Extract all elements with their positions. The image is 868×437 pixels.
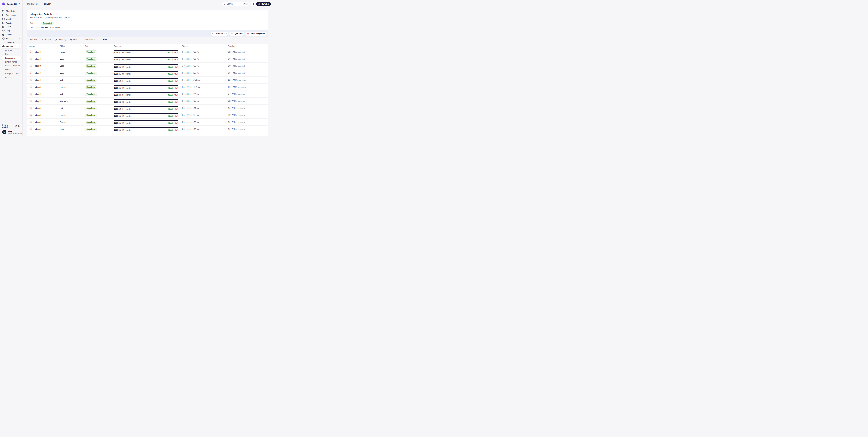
progress: 100% (6 of 6 records) 100% 0% [114,85,179,89]
sidebar-subitem-label: General [5,49,12,51]
job-source: Hubspot [34,72,41,74]
tab-company[interactable]: Company [55,38,66,42]
job-source: Hubspot [34,86,41,88]
progress-percent: 100% [114,87,119,89]
tab-sync-actions[interactable]: Sync Actions [82,38,95,42]
job-object: Person [60,51,85,53]
table-row[interactable]: Hubspot List Completed 100% (4 of 4 reco… [27,90,268,97]
sync-data-button[interactable]: Sync Data [229,32,244,36]
new-chat-label: New Chat [261,3,269,5]
table-header: SourceObjectStatusProgressStartedDuratio… [27,43,268,49]
hubspot-icon [29,127,32,130]
progress-records: (6 of 6 records) [119,115,131,117]
progress-records: (6 of 6 records) [119,73,131,75]
table-row[interactable]: Hubspot Person Completed 100% (6 of 6 re… [27,112,268,119]
table-row[interactable]: Hubspot List Completed 100% (4 of 4 reco… [27,105,268,112]
sidebar-subitem-email-settings[interactable]: Email Settings [1,60,21,64]
table-row[interactable]: Hubspot User Completed 100% (6 of 6 reco… [27,125,268,133]
table-row[interactable]: Hubspot Company Completed 100% (1 of 1 r… [27,97,268,105]
job-source: Hubspot [34,58,41,60]
sidebar-subitem-fonts[interactable]: Fonts [1,67,21,71]
table-row[interactable]: Hubspot User Completed 100% (6 of 6 reco… [27,62,268,69]
success-percent: 100% [169,80,174,82]
failure-percent: 0% [176,66,179,68]
tab-email[interactable]: Email [30,38,37,42]
sidebar-subitem-general[interactable]: General [1,48,21,52]
getting-started-label: Getting started [2,124,13,128]
sidebar-item-flows[interactable]: Flows [1,25,21,29]
sidebar-subitem-label: Background Jobs [5,72,19,75]
sidebar-item-email[interactable]: Email [1,17,21,21]
table-row[interactable]: Hubspot List Completed 100% (4 of 4 reco… [27,77,268,84]
status-badge: Completed [85,93,97,96]
job-duration: 9:20 AM (31 seconds) [228,128,268,130]
tab-deal[interactable]: Deal [70,38,77,42]
sidebar-subitem-integrations[interactable]: Integrations [1,56,21,60]
user-menu[interactable]: N marc marc@getquotient.ai [0,130,22,136]
sidebar-item-events[interactable]: Events [1,33,21,37]
table-row[interactable]: Hubspot User Completed 100% (6 of 6 reco… [27,55,268,62]
job-object: Person [60,121,85,123]
failure-percent: 0% [176,73,179,75]
main-area: Integrations HubSpot ⌘+K [23,0,272,136]
sync-data-label: Sync Data [234,33,243,35]
sidebar-subitem-users[interactable]: Users [1,52,21,56]
sidebar-item-audience[interactable]: Audience [1,40,21,45]
table-row[interactable]: Hubspot Person Completed 100% (6 of 6 re… [27,119,268,125]
sidebar-item-assets[interactable]: Assets [1,21,21,25]
trash-icon [247,33,249,35]
job-started: Oct 1, 2025, 3:25 PM [182,51,228,53]
table-row[interactable]: Hubspot Person Completed 100% (6 of 6 re… [27,84,268,90]
progress: 100% (6 of 6 records) 100% 0% [114,50,179,54]
job-duration-seconds: (14 seconds) [235,107,245,109]
success-dot-icon [167,80,169,82]
tab-jobs[interactable]: Jobs [100,38,107,42]
sidebar-item-settings[interactable]: Settings [1,45,21,49]
search-input[interactable] [226,3,242,5]
job-duration: 2:57 PM (14 seconds) [228,72,268,74]
workspace-header[interactable]: Quotient Soft... [0,0,22,8]
jobs-table-card: SourceObjectStatusProgressStartedDuratio… [27,43,268,136]
status-badge: Completed [85,57,97,61]
sidebar-subitem-custom-properties[interactable]: Custom Properties [1,64,21,67]
sidebar-item-blog[interactable]: Blog [1,29,21,33]
building-icon [55,38,57,41]
getting-started-button[interactable]: Getting started 2/4 [0,124,22,128]
sidebar-collapse-icon[interactable] [18,3,21,5]
page-subtitle: Information about your integration with … [30,17,266,19]
sidebar-item-brand[interactable]: Brand [1,37,21,41]
table-row-partial[interactable] [27,133,268,136]
progress: 100% (4 of 4 records) 100% 0% [114,78,179,82]
progress-bar [114,99,179,100]
tab-person[interactable]: Person [42,38,51,42]
search-box[interactable]: ⌘+K [222,2,249,6]
job-duration-seconds: (20 seconds) [235,121,245,123]
job-duration: 9:44 AM (15 seconds) [228,93,268,95]
progress: 100% (6 of 6 records) 100% 0% [114,71,179,75]
new-chat-button[interactable]: New Chat [256,2,271,6]
map-icon [2,26,4,28]
panel-toggle-button[interactable] [250,2,255,6]
user-meta: marc marc@getquotient.ai [8,130,21,134]
breadcrumb-integrations[interactable]: Integrations [27,3,38,5]
job-duration: 3:06 PM (19 seconds) [228,65,268,67]
sidebar-subitem-label: Fonts [5,68,10,71]
job-object: Company [60,100,85,102]
failure-dot-icon [175,115,176,117]
sidebar-item-campaigns[interactable]: Campaigns [1,13,21,17]
sidebar-item-chat-history[interactable]: Chat History [1,9,21,13]
column-header-duration: Duration [228,45,268,47]
health-check-button[interactable]: Health Check [211,32,228,36]
tab-label: Deal [73,38,77,41]
sidebar-subitem-developers[interactable]: Developers [1,76,21,79]
sidebar-subitem-background-jobs[interactable]: Background Jobs [1,71,21,76]
table-row[interactable]: Hubspot User Completed 100% (6 of 6 reco… [27,69,268,77]
progress-bar [114,85,179,86]
delete-integration-button[interactable]: Delete Integration [245,32,267,36]
success-percent: 100% [169,66,174,68]
breadcrumb-hubspot: HubSpot [43,3,51,5]
failure-percent: 0% [176,94,179,96]
status-badge: Completed [85,50,97,54]
tab-label: Sync Actions [85,38,95,41]
table-row[interactable]: Hubspot Person Completed 100% (6 of 6 re… [27,49,268,55]
